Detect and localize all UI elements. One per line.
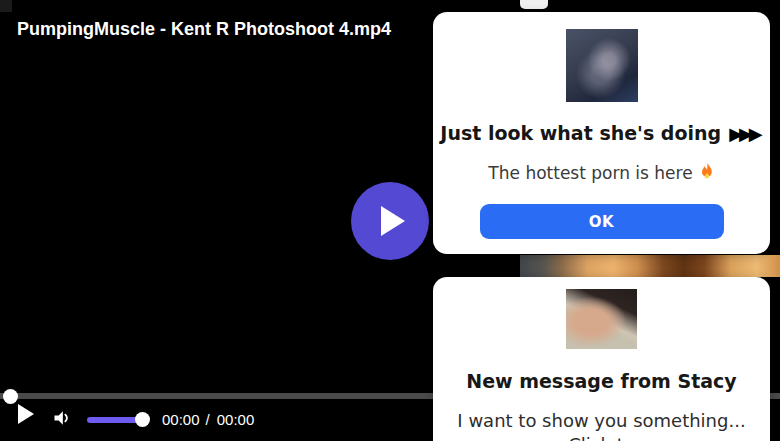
offer-heading-text: Just look what she's doing: [440, 122, 721, 144]
triple-right-arrows-icon: ▶▶▶: [729, 123, 763, 144]
volume-slider-thumb[interactable]: [135, 412, 150, 427]
fire-icon: [699, 163, 715, 181]
mute-button[interactable]: [52, 408, 72, 432]
play-icon: [381, 206, 405, 236]
top-card-edge: [520, 0, 548, 9]
popup-offer: Just look what she's doing▶▶▶ The hottes…: [433, 12, 770, 254]
ok-button[interactable]: OK: [480, 204, 724, 239]
background-image-strip: [520, 255, 780, 277]
popup-message: New message from Stacy I want to show yo…: [433, 277, 770, 441]
message-body[interactable]: I want to show you something... Click to: [433, 409, 770, 441]
corner-square: [0, 0, 12, 12]
seek-thumb[interactable]: [3, 389, 18, 404]
time-separator: /: [206, 411, 210, 428]
time-display: 00:00/00:00: [162, 411, 254, 428]
play-button[interactable]: [18, 404, 34, 424]
offer-heading: Just look what she's doing▶▶▶: [440, 121, 762, 146]
offer-thumbnail-image[interactable]: [566, 29, 638, 102]
current-time: 00:00: [162, 411, 200, 428]
message-heading: New message from Stacy: [466, 370, 737, 392]
big-play-button[interactable]: [351, 182, 429, 260]
page: PumpingMuscle - Kent R Photoshoot 4.mp4 …: [0, 0, 780, 441]
offer-subtext: The hottest porn is here: [488, 162, 714, 184]
duration: 00:00: [217, 411, 255, 428]
message-avatar-image[interactable]: [566, 289, 637, 349]
volume-low-icon: [52, 408, 72, 428]
offer-subtext-text: The hottest porn is here: [488, 163, 692, 183]
